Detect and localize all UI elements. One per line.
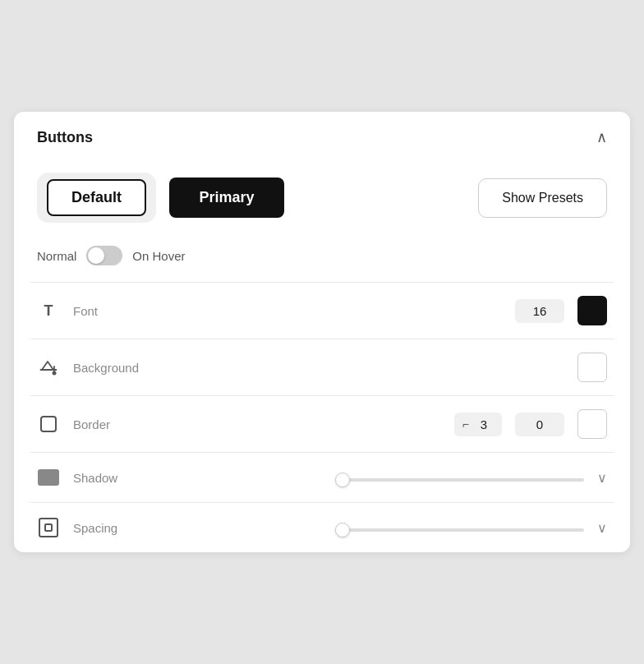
on-hover-label: On Hover	[132, 249, 185, 263]
show-presets-button[interactable]: Show Presets	[478, 178, 607, 218]
spacing-icon	[37, 516, 60, 539]
border-radius-input[interactable]	[474, 417, 494, 431]
border-icon	[37, 413, 60, 436]
chevron-down-icon[interactable]: ∨	[597, 470, 607, 486]
shadow-label: Shadow	[73, 471, 322, 485]
spacing-row: Spacing ∨	[14, 503, 630, 552]
spacing-label: Spacing	[73, 521, 322, 535]
border-color-swatch[interactable]	[577, 409, 607, 439]
background-label: Background	[73, 361, 564, 375]
normal-label: Normal	[37, 249, 76, 263]
state-toggle-row: Normal On Hover	[14, 239, 630, 282]
toggle-thumb	[88, 247, 104, 264]
border-radius-icon: ⌐	[462, 417, 469, 431]
chevron-up-icon[interactable]: ∧	[596, 128, 607, 146]
default-button[interactable]: Default	[47, 179, 146, 216]
font-size-input[interactable]	[515, 299, 564, 323]
spacing-slider[interactable]	[335, 528, 584, 532]
font-label: Font	[73, 304, 502, 318]
border-opacity-input[interactable]	[515, 413, 564, 436]
panel-header: Buttons ∧	[14, 112, 630, 159]
button-preview-section: Default Primary Show Presets	[14, 159, 630, 239]
font-row: T Font	[14, 283, 630, 339]
shadow-slider-container	[335, 470, 584, 485]
svg-rect-1	[41, 417, 56, 431]
border-radius-control: ⌐	[454, 413, 502, 436]
background-row: Background	[14, 339, 630, 395]
chevron-down-icon-spacing[interactable]: ∨	[597, 520, 607, 536]
spacing-slider-container	[335, 520, 584, 535]
shadow-row: Shadow ∨	[14, 453, 630, 502]
hover-toggle[interactable]	[86, 246, 122, 265]
border-row: Border ⌐	[14, 396, 630, 452]
shadow-slider[interactable]	[335, 478, 584, 482]
primary-button[interactable]: Primary	[169, 178, 284, 218]
font-t-icon: T	[37, 299, 60, 322]
shadow-icon	[37, 466, 60, 489]
border-label: Border	[73, 417, 441, 431]
default-button-wrapper: Default	[37, 173, 156, 223]
buttons-panel: Buttons ∧ Default Primary Show Presets N…	[14, 112, 630, 552]
font-color-swatch[interactable]	[577, 296, 607, 325]
panel-title: Buttons	[37, 129, 93, 146]
background-color-swatch[interactable]	[577, 353, 607, 382]
paint-bucket-icon	[37, 356, 60, 379]
